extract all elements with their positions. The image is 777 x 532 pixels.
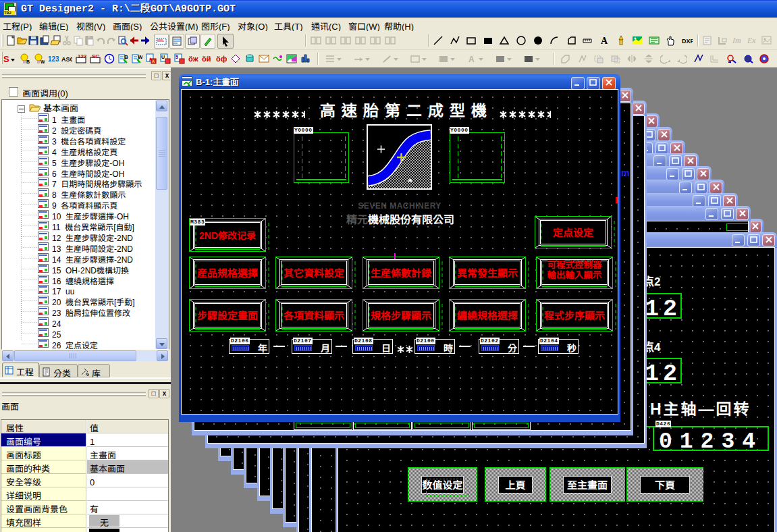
svg-text:W: W [138,53,142,60]
svg-text:S: S [3,54,9,64]
svg-text:B: B [124,53,128,60]
svg-text:A: A [152,58,155,64]
svg-text:öй: öй [202,53,211,63]
svg-text:A: A [468,54,475,64]
svg-text:Ex: Ex [747,36,756,45]
svg-text:öж: öж [188,53,198,63]
svg-text:123: 123 [48,55,59,63]
svg-text:öф: öф [216,53,227,63]
svg-text:5: 5 [176,53,178,60]
svg-text:B: B [26,58,30,64]
svg-text:W: W [41,58,45,64]
svg-text:U: U [161,53,165,60]
svg-text:SC: SC [92,53,99,59]
svg-text:Im: Im [732,36,741,45]
svg-text:A: A [601,36,608,46]
svg-text:DXF: DXF [682,38,693,45]
svg-text:123: 123 [78,53,86,59]
svg-text:ASC: ASC [61,56,72,63]
